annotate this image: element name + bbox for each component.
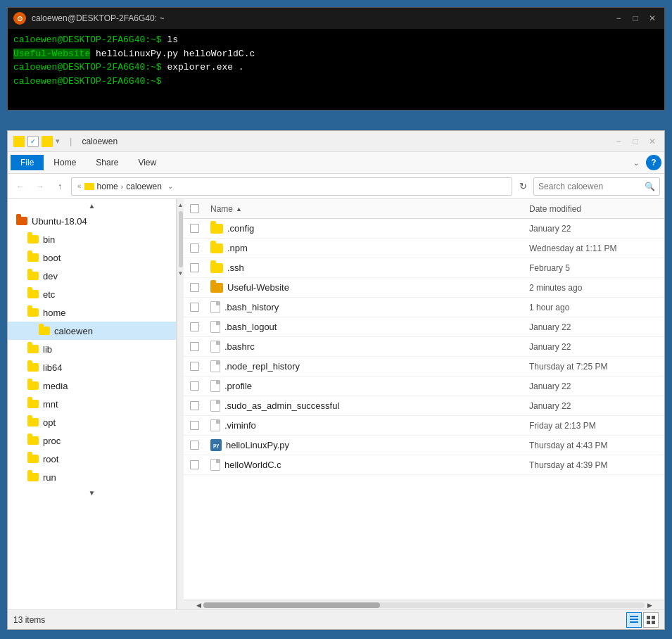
date-ssh: February 5 [524, 263, 664, 273]
sidebar-item-proc[interactable]: proc [8, 431, 176, 450]
terminal-minimize-button[interactable]: − [612, 12, 625, 25]
sidebar-item-lib[interactable]: lib [8, 340, 176, 358]
cb-sudo[interactable] [190, 401, 199, 410]
header-name[interactable]: Name ▲ [205, 204, 524, 214]
path-home: home [97, 182, 118, 191]
sidebar-item-opt[interactable]: opt [8, 413, 176, 431]
file-icon-bash-logout [210, 321, 220, 333]
file-icon-hello-c [210, 459, 220, 471]
explorer-maximize-button[interactable]: □ [629, 135, 642, 148]
header-checkbox[interactable] [190, 204, 199, 213]
sidebar-label-bin: bin [43, 234, 55, 245]
file-list: .config January 22 .npm Wednesday at 1:1… [184, 219, 664, 600]
horizontal-scrollbar: ◀ ▶ [184, 600, 664, 609]
sidebar-item-mnt[interactable]: mnt [8, 395, 176, 413]
explorer-title-left: ✓ ▾ | caloewen [13, 136, 118, 147]
file-row-useful-website[interactable]: Useful-Website 2 minutes ago [184, 278, 664, 298]
cb-npm[interactable] [190, 243, 199, 253]
sidebar-item-caloewen[interactable]: caloewen [8, 322, 176, 340]
search-icon[interactable]: 🔍 [645, 182, 655, 191]
terminal-line-4: caloewen@DESKTOP-2FA6G40:~$ [13, 75, 659, 89]
header-date[interactable]: Date modified [524, 204, 664, 214]
sidebar-item-run[interactable]: run [8, 468, 176, 486]
explorer-minimize-button[interactable]: − [612, 135, 625, 148]
filename-node-repl: .node_repl_history [224, 361, 300, 372]
cb-hello-c[interactable] [190, 460, 199, 469]
help-button[interactable]: ? [646, 155, 661, 170]
cb-node-repl[interactable] [190, 362, 199, 371]
sidebar-item-root[interactable]: root [8, 450, 176, 468]
cb-hello-py[interactable] [190, 441, 199, 450]
terminal-maximize-button[interactable]: □ [629, 12, 642, 25]
file-row-ssh[interactable]: .ssh February 5 [184, 258, 664, 278]
file-row-profile[interactable]: .profile January 22 [184, 377, 664, 396]
file-row-node-repl-history[interactable]: .node_repl_history Thursday at 7:25 PM [184, 357, 664, 377]
view-details-button[interactable] [626, 612, 642, 628]
file-row-bash-history[interactable]: .bash_history 1 hour ago [184, 298, 664, 317]
sidebar-item-media[interactable]: media [8, 377, 176, 395]
ribbon-tabs: File Home Share View ⌄ ? [8, 152, 664, 173]
cb-bashrc[interactable] [190, 342, 199, 351]
address-path-bar[interactable]: « home › caloewen ⌄ [71, 177, 512, 196]
file-row-config[interactable]: .config January 22 [184, 219, 664, 239]
cb-bash-history[interactable] [190, 303, 199, 312]
sidebar-scroll-arrow-up[interactable]: ▲ [177, 201, 184, 210]
cb-profile[interactable] [190, 381, 199, 391]
view-tiles-button[interactable] [643, 612, 659, 628]
search-input[interactable] [538, 182, 642, 191]
terminal-body: caloewen@DESKTOP-2FA6G40:~$ ls Useful-We… [8, 29, 664, 110]
sidebar-item-boot[interactable]: boot [8, 248, 176, 267]
folder-icon-npm [210, 243, 223, 253]
cb-useful-website[interactable] [190, 283, 199, 292]
sidebar-item-lib64[interactable]: lib64 [8, 358, 176, 377]
ribbon-chevron-icon[interactable]: ⌄ [629, 156, 643, 170]
date-node-repl: Thursday at 7:25 PM [524, 362, 664, 372]
cb-viminfo[interactable] [190, 421, 199, 430]
lib64-folder-icon [27, 363, 39, 372]
tab-share[interactable]: Share [86, 155, 128, 170]
sidebar-scroll-arrow-down[interactable]: ▼ [177, 269, 184, 278]
explorer-close-button[interactable]: ✕ [646, 135, 659, 148]
date-bashrc: January 22 [524, 342, 664, 352]
file-row-hello-c[interactable]: helloWorldC.c Thursday at 4:39 PM [184, 455, 664, 475]
tab-home[interactable]: Home [44, 155, 86, 170]
file-row-bashrc[interactable]: .bashrc January 22 [184, 337, 664, 357]
file-row-npm[interactable]: .npm Wednesday at 1:11 PM [184, 239, 664, 258]
tab-view[interactable]: View [128, 155, 166, 170]
sidebar-label-opt: opt [43, 417, 56, 428]
path-dropdown-chevron[interactable]: ⌄ [167, 182, 173, 190]
date-profile: January 22 [524, 381, 664, 391]
file-row-viminfo[interactable]: .viminfo Friday at 2:13 PM [184, 416, 664, 436]
sidebar-item-home[interactable]: home [8, 303, 176, 322]
filename-config: .config [227, 223, 254, 234]
cb-config[interactable] [190, 224, 199, 233]
cb-bash-logout[interactable] [190, 322, 199, 331]
sidebar-scroll-up[interactable]: ▲ [8, 199, 176, 212]
opt-folder-icon [27, 418, 39, 426]
sidebar-item-bin[interactable]: bin [8, 230, 176, 248]
back-button[interactable]: ← [12, 178, 29, 195]
up-button[interactable]: ↑ [51, 178, 68, 195]
sidebar-item-etc[interactable]: etc [8, 285, 176, 303]
cb-ssh[interactable] [190, 263, 199, 272]
terminal-window: ⊙ caloewen@DESKTOP-2FA6G40: ~ − □ ✕ calo… [7, 7, 665, 110]
file-row-bash-logout[interactable]: .bash_logout January 22 [184, 317, 664, 337]
file-icon-profile [210, 380, 220, 392]
sidebar-item-dev[interactable]: dev [8, 267, 176, 285]
refresh-button[interactable]: ↻ [515, 179, 531, 194]
file-list-area: Name ▲ Date modified .config January 22 [184, 199, 664, 609]
sidebar-scroll-down[interactable]: ▼ [8, 486, 176, 499]
hscroll-right-arrow[interactable]: ▶ [645, 602, 654, 609]
file-row-hello-py[interactable]: py helloLinuxPy.py Thursday at 4:43 PM [184, 436, 664, 455]
file-row-sudo[interactable]: .sudo_as_admin_successful January 22 [184, 396, 664, 416]
title-separator: | [70, 136, 72, 146]
terminal-close-button[interactable]: ✕ [646, 12, 659, 25]
svg-rect-0 [630, 616, 638, 617]
hscroll-left-arrow[interactable]: ◀ [194, 602, 203, 609]
header-name-label: Name [210, 204, 233, 214]
forward-button[interactable]: → [32, 178, 49, 195]
quick-access-arrow: ▾ [56, 137, 60, 146]
sidebar: ▲ Ubuntu-18.04 bin boot dev [8, 199, 177, 609]
sidebar-item-ubuntu[interactable]: Ubuntu-18.04 [8, 212, 176, 230]
tab-file[interactable]: File [11, 155, 44, 170]
